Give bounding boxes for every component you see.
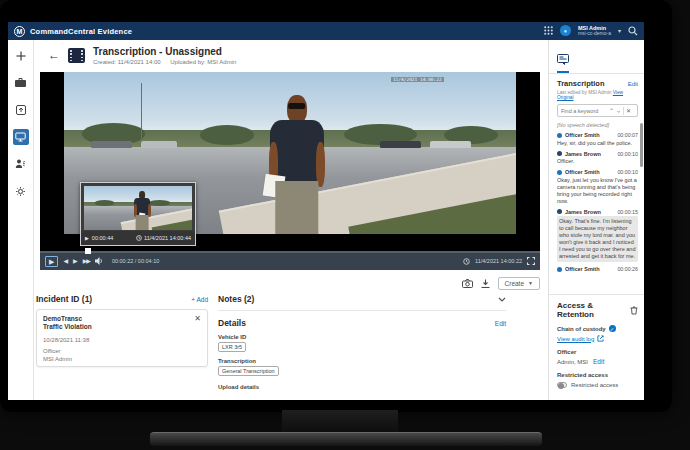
speaker-name: Officer Smith [565,266,600,272]
speaker-name: Officer Smith [565,169,600,175]
page-title: Transcription - Unassigned [93,46,236,57]
add-incident-link[interactable]: + Add [191,296,208,303]
transcription-sidebar: Transcription Edit Last edited by MSI Ad… [548,40,644,400]
speaker-name: Officer Smith [565,132,600,138]
search-prev-icon[interactable]: ⌃ [609,107,614,114]
speaker-avatar [557,151,562,156]
playback-datetime: 11/4/2021 14:00:22 [475,258,522,264]
incident-title-line2: Traffic Violation [43,323,201,331]
restricted-access-toggle[interactable] [557,382,567,388]
search-next-icon[interactable]: ⌃ [616,107,621,114]
incident-datetime: 10/28/2021 11:38 [43,337,201,343]
speaker-name: James Brown [565,209,601,215]
entry-time: 00:00:10 [617,169,638,175]
person-subject [267,95,326,234]
incident-title-line1: DemoTransc [43,315,201,323]
transcript-entry[interactable]: Officer Smith 00:00:10 Okay, just let yo… [557,169,638,205]
create-caret-icon: ▼ [528,280,533,286]
app-screen: M CommandCentral Evidence ● MSI Admin ms… [8,22,644,400]
media-actions: Create ▼ [40,274,540,292]
back-arrow-icon[interactable]: ← [48,49,60,61]
create-button[interactable]: Create ▼ [498,277,540,290]
vehicle-id-chip: LXR 3r5 [218,342,246,352]
officer-value: Admin, MSI [557,359,588,365]
view-audit-log-link[interactable]: View audit log [557,336,594,342]
incident-card[interactable]: DemoTransc Traffic Violation ✕ 10/28/202… [36,309,208,367]
motorola-logo-icon: M [14,26,25,37]
parked-car [141,141,177,148]
remove-incident-icon[interactable]: ✕ [194,315,201,323]
burned-in-timestamp: 11/4/2021 14:00:22 [391,77,444,82]
settings-icon[interactable] [13,183,29,199]
speaker-avatar [557,209,562,214]
transcript-entry[interactable]: Officer Smith 00:00:07 Hey, sir, did you… [557,132,638,147]
devices-icon[interactable] [13,129,29,145]
incident-panel: Incident ID (1) + Add DemoTransc Traffic… [36,294,208,367]
video-file-icon [68,48,85,63]
fast-forward-button[interactable]: ▶▶ [83,258,90,264]
search-icon[interactable] [628,26,638,36]
speaker-avatar [557,170,562,175]
frame-back-button[interactable]: ◀ [63,258,68,264]
shared-items-icon[interactable] [13,102,29,118]
video-frame[interactable]: 11/4/2021 14:00:22 [40,72,540,252]
frame-forward-button[interactable]: ▶ [73,258,78,264]
users-icon[interactable] [13,156,29,172]
create-button-label: Create [505,280,525,287]
uploaded-label: Uploaded by: MSI Admin [170,59,236,65]
entry-text: Okay. That's fine. I'm listening to call… [557,216,638,262]
parked-car [380,141,421,148]
keyword-search-input[interactable] [561,108,607,114]
light-pole [141,83,142,146]
restricted-access-value: Restricted access [571,382,618,388]
video-player: 11/4/2021 14:00:22 [40,72,540,270]
play-button[interactable]: ▶ [45,256,58,267]
seek-bar[interactable] [40,251,540,253]
search-divider [623,107,624,115]
details-heading: Details [218,318,246,328]
monitor-stand-neck [282,410,398,434]
transcript-entry[interactable]: James Brown 00:00:10 Officer. [557,151,638,166]
pip-thumbnail[interactable]: ▶ 00:00:44 11/4/2021 14:00:44 [80,182,196,246]
pip-overlay-bar: ▶ 00:00:44 11/4/2021 14:00:44 [81,231,195,245]
clock-icon [136,235,142,241]
created-label: Created: 11/4/2021 14:00 [93,59,161,65]
snapshot-camera-icon[interactable] [462,279,473,288]
scrub-handle[interactable] [85,248,91,254]
entry-text: Okay, just let you know I've got a camer… [557,177,638,205]
entry-time: 00:00:07 [617,132,638,138]
entry-text: Hey, sir, did you call the police. [557,140,638,147]
access-heading: Access & Retention [557,301,630,319]
trash-icon[interactable] [630,306,638,315]
transcript-list: [No speech detected] Officer Smith 00:00… [549,119,644,294]
officer-edit-link[interactable]: Edit [593,358,604,365]
left-sidebar [8,40,34,400]
incident-officer: MSI Admin [43,356,201,364]
user-avatar[interactable]: ● [560,25,571,36]
add-icon[interactable] [13,48,29,64]
pip-time: 00:00:44 [92,235,113,241]
restricted-access-label: Restricted access [557,372,638,378]
sunglasses [288,103,306,109]
fullscreen-icon[interactable] [527,257,535,265]
cases-icon[interactable] [13,75,29,91]
details-edit-link[interactable]: Edit [495,320,506,327]
apps-grid-icon[interactable] [544,26,553,35]
transcription-edit-link[interactable]: Edit [628,81,638,87]
entry-time: 00:00:15 [617,209,638,215]
transcript-entry[interactable]: Officer Smith 00:00:26 [557,266,638,272]
transcript-entry-highlighted[interactable]: James Brown 00:00:15 Okay. That's fine. … [557,209,638,263]
external-link-icon [597,335,604,342]
transcript-scrollbar[interactable] [640,123,643,167]
tab-transcription[interactable] [557,54,569,73]
user-menu-caret-icon[interactable]: ▾ [618,27,621,34]
notes-collapse-chevron-icon[interactable] [498,297,506,302]
pip-scene [84,186,192,230]
download-icon[interactable] [481,279,490,288]
monitor-stand-base [150,432,542,446]
notes-heading: Notes (2) [218,294,254,304]
user-menu[interactable]: MSI Admin msi-cc-demo-a [578,25,611,37]
parked-car [430,141,471,148]
volume-icon[interactable] [95,257,104,265]
search-clear-icon[interactable]: ✕ [626,107,631,114]
